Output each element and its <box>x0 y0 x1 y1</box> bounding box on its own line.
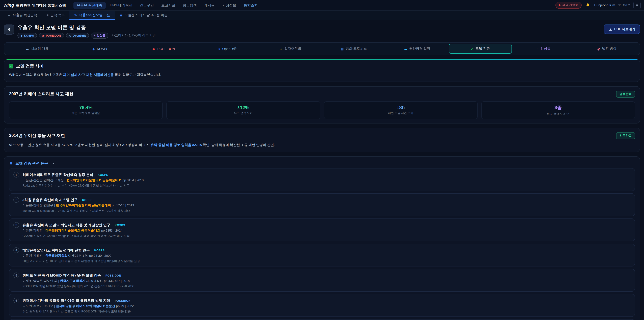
check-icon: ✓ <box>471 47 474 51</box>
app-logo[interactable]: Wing 해양환경 위기대응 통합시스템 <box>3 3 66 8</box>
badge-opendrift: ⊕ OpenDrift <box>66 33 89 38</box>
paper-body: 해양유류오염사고 위해도 평가에 관한 연구 KOSPS 이문진·김혜진 | 한… <box>22 247 140 263</box>
pen-icon: ✎ <box>74 13 77 17</box>
paper-body: 원격탐사 기반의 유출유 확산예측 및 해양오염 방제 지원 POSEIDON … <box>22 297 134 314</box>
sub-tab-bar: ▲ 유출유 확산분석 ≡ 분석 목록 ✎ 유출유확산모델 이론 ◉ 오일펜스 배… <box>0 11 644 20</box>
paper-pages-year: 제39권 5호, pp.436-457 | 2018 <box>85 279 130 282</box>
paper-description: 20년 과거자료 기반 100회 몬테카를로 통계 위험평가·가로림만 해안/어… <box>22 259 140 263</box>
stat-value: ±12% <box>169 105 318 110</box>
paper-authors: 이문진·김혜진·강관구 | <box>22 203 56 207</box>
paper-journal: 한국해양과학기술협의회 공동학술대회 <box>45 228 100 232</box>
section-tab-poseidon[interactable]: ◉ POSEIDON <box>132 44 196 54</box>
case-2007-title: 2007년 허베이 스피리트 사고 재현 <box>9 91 73 97</box>
section-tab-kosps[interactable]: ◆ KOSPS <box>69 44 132 54</box>
paper-citation: 이문진·김혜진 | 한국해양과학기술협의회 공동학술대회 pp.2353 | 2… <box>22 228 130 233</box>
book-icon <box>9 161 13 165</box>
nav-item-board[interactable]: 게시판 <box>201 2 218 9</box>
verified-badge: 검증완료 <box>616 91 635 98</box>
card-header: ✓ 모델 검증 사례 <box>9 64 635 69</box>
paper-number: 3 <box>14 222 19 228</box>
validation-intro-text: WING 시스템의 유출유 확산 모델은 과거 실제 사고 재현 시뮬레이션을 … <box>9 72 635 78</box>
menu-hamburger-icon[interactable]: ≡ <box>633 2 641 9</box>
section-tab-future-direction[interactable]: ▶ 발전 방향 <box>575 44 639 54</box>
paper-description: POSEIDON 기반 MOHID 모델 동아시아 해역 2016년 검증·SS… <box>22 284 134 289</box>
paper-item-7[interactable]: 7 OpenDrift v1.0: a generic framework fo… <box>9 319 635 320</box>
paper-item-3[interactable]: 3 유출유 확산예측 모델의 해양사고 적용 및 개선방안 연구 KOSPS 이… <box>9 218 635 241</box>
paper-number: 5 <box>14 272 19 278</box>
badge-poseidon: ◉ POSEIDON <box>39 33 64 38</box>
badge-ensemble: ϟ 앙상블 <box>91 33 108 39</box>
nav-item-hns-air-dispersion[interactable]: HNS·대기확산 <box>106 2 136 9</box>
collapse-chevron-icon[interactable]: ▲ <box>52 162 55 165</box>
section-tab-ensemble[interactable]: ϟ 앙상블 <box>512 44 576 54</box>
tab-label: 오일펜스 배치 알고리즘 이론 <box>124 13 168 17</box>
paper-item-2[interactable]: 2 3차원 유출유 확산예측 시스템 연구 KOSPS 이문진·김혜진·강관구 … <box>9 193 635 216</box>
paper-authors: 이문진·김혜진 | <box>22 228 45 232</box>
paper-citation: 이재호·임병준·김도연 외 | 한국지구과학회지 제39권 5호, pp.436… <box>22 279 134 283</box>
target-icon: ◉ <box>42 34 44 37</box>
nav-item-reports[interactable]: 보고자료 <box>158 2 179 9</box>
section-tab-label: 해양환경 입력 <box>409 46 430 51</box>
paper-item-4[interactable]: 4 해양유류오염사고 위해도 평가에 관한 연구 KOSPS 이문진·김혜진 |… <box>9 244 635 266</box>
section-tab-system-overview[interactable]: ☁ 시스템 개요 <box>5 44 69 54</box>
badge-label: OpenDrift <box>72 34 86 37</box>
diamond-icon: ◆ <box>20 34 23 37</box>
nav-item-weather-info[interactable]: 기상정보 <box>219 2 240 9</box>
tab-oil-fence-algorithm-theory[interactable]: ◉ 오일펜스 배치 알고리즘 이론 <box>115 11 172 20</box>
paper-body: 3차원 유출유 확산예측 시스템 연구 KOSPS 이문진·김혜진·강관구 | … <box>22 196 134 213</box>
title-block: 유출유 확산 모델 이론 및 검증 ◆ KOSPS ◉ POSEIDON ⊕ O… <box>18 25 156 39</box>
nav-item-emergency-rescue[interactable]: 긴급구난 <box>136 2 157 9</box>
page-header: 유출유 확산 모델 이론 및 검증 ◆ KOSPS ◉ POSEIDON ⊕ O… <box>0 20 644 42</box>
validation-papers-card: 모델 검증 관련 논문 ▲ 1 허베이스피리트호 유출유 확산예측 검증 분석 … <box>4 156 640 320</box>
paper-description: GS칼텍스 송유관·Captain Vangelis 유출사고 적용 검증·현장… <box>22 234 130 238</box>
nav-item-oil-spill-prediction[interactable]: 유출유 확산예측 <box>74 2 106 9</box>
section-tab-model-validation[interactable]: ✓ 모델 검증 <box>448 44 512 54</box>
paper-item-5[interactable]: 5 한반도 인근 해역 MOHID 지역 해양순환 모델 검증 POSEIDON… <box>9 269 635 292</box>
paper-journal: 한국해양환경·에너지학회 학술대회논문집 <box>56 304 115 308</box>
notifications-bell-icon[interactable] <box>584 2 592 9</box>
badge-kosps: ◆ KOSPS <box>18 33 37 38</box>
paper-body: 허베이스피리트호 유출유 확산예측 검증 분석 KOSPS 이문진·김선웅·김혜… <box>22 171 144 188</box>
intro-text-pre: WING 시스템의 유출유 확산 모델은 <box>9 73 63 77</box>
section-tab-label: 앙상블 <box>540 46 550 51</box>
nav-item-aerial-search[interactable]: 항공탐색 <box>180 2 200 9</box>
tab-diffusion-model-theory[interactable]: ✎ 유출유확산모델 이론 <box>70 11 115 20</box>
paper-authors: 이재호·임병준·김도연 외 | <box>22 279 60 282</box>
lightning-icon: ϟ <box>537 47 538 51</box>
main-content: ✓ 모델 검증 사례 WING 시스템의 유출유 확산 모델은 과거 실제 사고… <box>0 55 644 320</box>
paper-title-row: 한반도 인근 해역 MOHID 지역 해양순환 모델 검증 POSEIDON <box>22 272 134 278</box>
paper-title: 한반도 인근 해역 MOHID 지역 해양순환 모델 검증 <box>22 273 101 277</box>
download-icon <box>608 27 612 31</box>
chart-icon: ▲ <box>8 13 11 17</box>
section-tab-weathering-process[interactable]: ▦ 풍화 프로세스 <box>322 44 386 54</box>
paper-journal: 한국해양공학회지 <box>45 254 71 257</box>
paper-model-badge: KOSPS <box>94 249 105 252</box>
stat-label: 해안 도달 시간 오차 <box>326 111 475 115</box>
paper-title-row: 허베이스피리트호 유출유 확산예측 검증 분석 KOSPS <box>22 171 144 177</box>
rocket-icon: ▶ <box>596 47 601 51</box>
section-tab-ocean-environment-input[interactable]: ☁ 해양환경 입력 <box>386 44 449 54</box>
papers-header: 모델 검증 관련 논문 ▲ <box>9 161 635 166</box>
tab-oil-spill-analysis[interactable]: ▲ 유출유 확산분석 <box>3 11 42 20</box>
paper-item-1[interactable]: 1 허베이스피리트호 유출유 확산예측 검증 분석 KOSPS 이문진·김선웅·… <box>9 168 635 191</box>
case-2014-card: 2014년 우이산 충돌 사고 재현 검증완료 여수 오동도 인근 원유 유출 … <box>4 128 640 152</box>
paper-pages-year: pp.2353 | 2014 <box>100 228 122 232</box>
paper-pages-year: 제23권 1호, pp.24-30 | 2009 <box>71 254 112 257</box>
main-menu: 유출유 확산예측 HNS·대기확산 긴급구난 보고자료 항공탐색 게시판 기상정… <box>74 2 261 9</box>
diamond-icon: ◆ <box>92 47 95 51</box>
check-icon: ✓ <box>9 64 14 69</box>
paper-item-6[interactable]: 6 원격탐사 기반의 유출유 확산예측 및 해양오염 방제 지원 POSEIDO… <box>9 294 635 317</box>
paper-title-row: 해양유류오염사고 위해도 평가에 관한 연구 KOSPS <box>22 247 140 253</box>
pdf-export-button[interactable]: PDF 내보내기 <box>604 25 640 34</box>
intro-text-highlight: 과거 실제 사고 재현 시뮬레이션을 <box>63 73 114 77</box>
verified-badge: 검증완료 <box>616 132 635 139</box>
tab-analysis-list[interactable]: ≡ 분석 목록 <box>42 11 70 20</box>
nav-item-integrated-search[interactable]: 통합조회 <box>240 2 261 9</box>
paper-number: 6 <box>14 298 19 303</box>
section-tab-particle-tracking[interactable]: ⊙ 입자추적법 <box>258 44 322 54</box>
logout-button[interactable]: 로그아웃 <box>618 3 630 8</box>
cloud-icon: ☁ <box>404 47 407 51</box>
theory-basis-subtitle: 라그랑지안 입자추적 이론 기반 <box>112 33 156 38</box>
section-tab-label: KOSPS <box>97 47 108 51</box>
section-tab-opendrift[interactable]: ⊕ OpenDrift <box>196 44 259 54</box>
